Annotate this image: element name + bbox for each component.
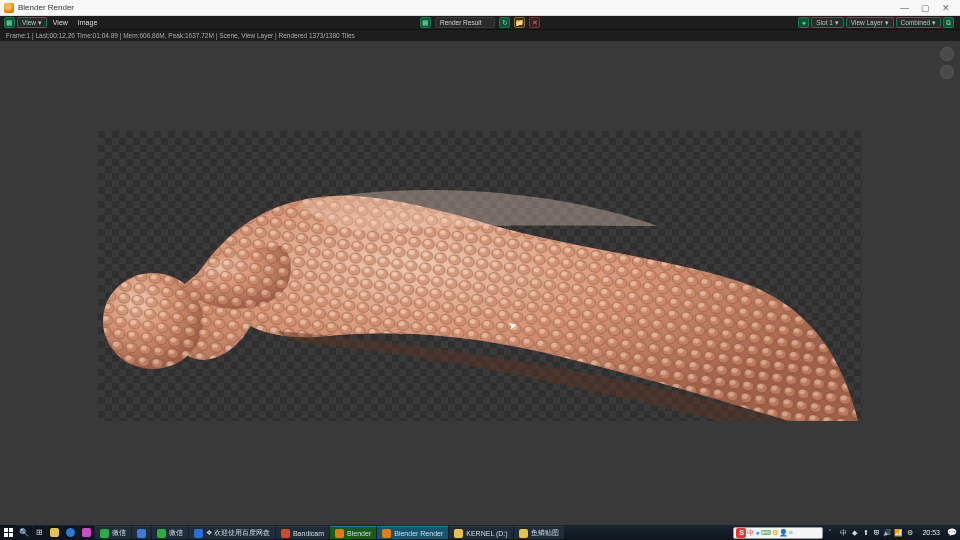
taskbar-item-7[interactable]: KERNEL (D:) [449, 526, 512, 539]
open-folder-icon[interactable]: 📁 [514, 17, 525, 28]
taskbar-item-5[interactable]: Blender [330, 526, 376, 539]
pinned-app-icon[interactable] [79, 526, 94, 539]
blender-icon [4, 3, 14, 13]
taskbar-item-label: Blender Render [394, 530, 443, 537]
tray-icon-3[interactable]: ⛨ [872, 528, 881, 537]
taskbar-item-4[interactable]: Bandicam [276, 526, 329, 539]
image-browse-icon[interactable]: ▦ [420, 17, 431, 28]
editor-type-icon[interactable]: ▦ [4, 17, 15, 28]
app-icon [382, 529, 391, 538]
taskbar-item-label: 微信 [112, 528, 126, 538]
window-title: Blender Render [18, 3, 900, 12]
tray-icon-0[interactable]: 中 [839, 528, 848, 537]
stereo-icon[interactable]: ● [798, 17, 809, 28]
rendered-image [98, 131, 862, 421]
taskbar-item-0[interactable]: 微信 [95, 526, 131, 539]
taskbar-item-3[interactable]: ❖ 欢迎使用百度网盘 [189, 526, 275, 539]
app-icon [157, 529, 166, 538]
zoom-gizmo[interactable] [940, 47, 954, 61]
tray-icon-2[interactable]: ⬆ [861, 528, 870, 537]
app-icon [137, 529, 146, 538]
taskbar-item-1[interactable] [132, 526, 151, 539]
blender-render-window: Blender Render — ▢ ✕ ▦ View ▾ View Image… [0, 0, 960, 525]
pass-dropdown[interactable]: Combined ▾ [896, 17, 941, 28]
taskbar-item-6[interactable]: Blender Render [377, 526, 448, 539]
taskbar-item-label: 鱼鳞贴图 [531, 528, 559, 538]
render-canvas [98, 131, 862, 421]
app-body: ▦ View ▾ View Image ▦ Render Result ↻ 📁 … [0, 16, 960, 525]
taskbar-item-label: 微信 [169, 528, 183, 538]
maximize-button[interactable]: ▢ [921, 3, 930, 13]
ime-toolbar[interactable]: S 中 ● ⌨ ⚙ 👤 ≡ [733, 527, 823, 539]
viewport[interactable]: ➤ [0, 41, 960, 525]
taskview-icon[interactable]: ⊞ [33, 526, 46, 539]
viewport-gizmos [940, 47, 954, 79]
tray-icon-6[interactable]: ⚙ [905, 528, 914, 537]
tray-icon-5[interactable]: 📶 [894, 528, 903, 537]
taskbar-item-label: KERNEL (D:) [466, 530, 507, 537]
tray-icon-1[interactable]: ◆ [850, 528, 859, 537]
taskbar-item-label: Blender [347, 530, 371, 537]
image-name-field[interactable]: Render Result [435, 17, 495, 28]
pinned-explorer-icon[interactable] [47, 526, 62, 539]
pinned-edge-icon[interactable] [63, 526, 78, 539]
app-icon [281, 529, 290, 538]
windows-logo-icon [4, 528, 13, 537]
notification-icon[interactable]: 💬 [944, 528, 960, 537]
channels-icon[interactable]: ⧉ [943, 17, 954, 28]
app-icon [454, 529, 463, 538]
taskbar-item-8[interactable]: 鱼鳞贴图 [514, 526, 564, 539]
render-status-line: Frame:1 | Last:00:12.26 Time:01:04.89 | … [0, 30, 960, 41]
menu-view[interactable]: View [49, 19, 72, 26]
start-button[interactable] [0, 525, 16, 540]
windows-taskbar: 🔍 ⊞ 微信微信❖ 欢迎使用百度网盘BandicamBlenderBlender… [0, 525, 960, 540]
app-icon [194, 529, 203, 538]
layer-dropdown[interactable]: View Layer ▾ [846, 17, 894, 28]
refresh-icon[interactable]: ↻ [499, 17, 510, 28]
titlebar: Blender Render — ▢ ✕ [0, 0, 960, 16]
close-button[interactable]: ✕ [942, 3, 950, 13]
taskbar-item-label: Bandicam [293, 530, 324, 537]
search-icon[interactable]: 🔍 [16, 526, 32, 539]
tray-icon-4[interactable]: 🔊 [883, 528, 892, 537]
sogou-icon: S [736, 528, 746, 538]
taskbar-clock[interactable]: 20:53 [918, 529, 944, 536]
pan-gizmo[interactable] [940, 65, 954, 79]
unlink-icon[interactable]: ✕ [529, 17, 540, 28]
tray-overflow-icon[interactable]: ˄ [825, 528, 835, 537]
minimize-button[interactable]: — [900, 3, 909, 13]
system-tray: 中◆⬆⛨🔊📶⚙ [835, 525, 918, 540]
view-dropdown[interactable]: View ▾ [17, 17, 47, 28]
menu-image[interactable]: Image [74, 19, 101, 26]
app-icon [100, 529, 109, 538]
image-editor-header: ▦ View ▾ View Image ▦ Render Result ↻ 📁 … [0, 16, 960, 30]
slot-dropdown[interactable]: Slot 1 ▾ [811, 17, 843, 28]
app-icon [335, 529, 344, 538]
taskbar-item-2[interactable]: 微信 [152, 526, 188, 539]
app-icon [519, 529, 528, 538]
taskbar-item-label: ❖ 欢迎使用百度网盘 [206, 528, 270, 538]
